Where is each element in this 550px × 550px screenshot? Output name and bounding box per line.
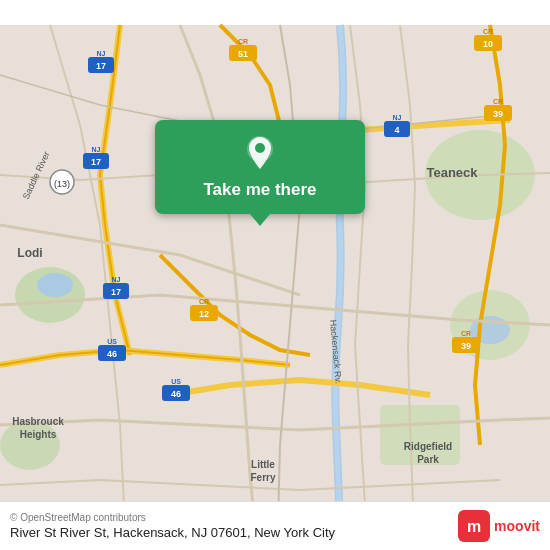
svg-text:17: 17 (96, 61, 106, 71)
svg-text:Lodi: Lodi (17, 246, 42, 260)
svg-point-6 (37, 273, 73, 297)
svg-text:46: 46 (107, 349, 117, 359)
moovit-icon: m (458, 510, 490, 542)
svg-text:17: 17 (111, 287, 121, 297)
svg-text:10: 10 (483, 39, 493, 49)
callout-label: Take me there (203, 180, 316, 200)
location-pin-icon (241, 134, 279, 172)
svg-text:Ferry: Ferry (250, 472, 275, 483)
svg-text:Heights: Heights (20, 429, 57, 440)
map-background: 17 NJ 17 NJ 17 NJ 51 CR 10 CR 39 CR 4 NJ… (0, 0, 550, 550)
moovit-logo: m moovit (458, 510, 540, 542)
svg-text:Little: Little (251, 459, 275, 470)
svg-text:Park: Park (417, 454, 439, 465)
moovit-text: moovit (494, 518, 540, 534)
svg-text:CR: CR (483, 28, 493, 35)
svg-text:(13): (13) (54, 179, 70, 189)
svg-text:NJ: NJ (97, 50, 106, 57)
svg-text:NJ: NJ (112, 276, 121, 283)
svg-text:Teaneck: Teaneck (426, 165, 478, 180)
svg-text:US: US (171, 378, 181, 385)
bottom-bar: © OpenStreetMap contributors River St Ri… (0, 501, 550, 550)
svg-text:39: 39 (461, 341, 471, 351)
svg-text:CR: CR (493, 98, 503, 105)
svg-text:12: 12 (199, 309, 209, 319)
svg-text:17: 17 (91, 157, 101, 167)
address-text: River St River St, Hackensack, NJ 07601,… (10, 525, 335, 540)
svg-text:NJ: NJ (92, 146, 101, 153)
svg-text:CR: CR (238, 38, 248, 45)
svg-text:Ridgefield: Ridgefield (404, 441, 452, 452)
attribution-text: © OpenStreetMap contributors (10, 512, 335, 523)
svg-text:46: 46 (171, 389, 181, 399)
svg-point-4 (0, 420, 60, 470)
svg-point-54 (255, 143, 265, 153)
svg-text:US: US (107, 338, 117, 345)
svg-text:39: 39 (493, 109, 503, 119)
map-callout[interactable]: Take me there (155, 120, 365, 214)
svg-text:51: 51 (238, 49, 248, 59)
map-container: 17 NJ 17 NJ 17 NJ 51 CR 10 CR 39 CR 4 NJ… (0, 0, 550, 550)
svg-text:4: 4 (394, 125, 399, 135)
svg-text:Hasbrouck: Hasbrouck (12, 416, 64, 427)
svg-text:CR: CR (199, 298, 209, 305)
svg-text:m: m (467, 518, 481, 535)
bottom-bar-info: © OpenStreetMap contributors River St Ri… (10, 512, 335, 540)
svg-text:CR: CR (461, 330, 471, 337)
svg-text:NJ: NJ (393, 114, 402, 121)
